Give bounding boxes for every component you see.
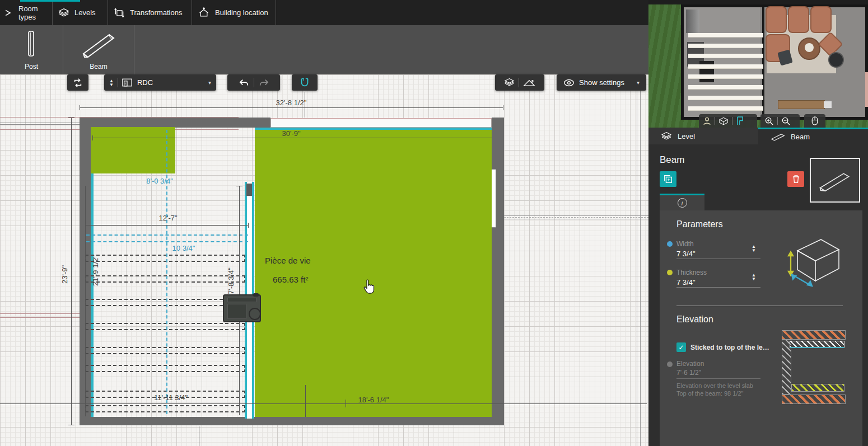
info-tab[interactable]: i bbox=[660, 194, 704, 210]
width-dot bbox=[667, 241, 673, 247]
dimension-tick bbox=[248, 223, 249, 228]
elevation-label: Elevation bbox=[676, 360, 704, 368]
room-name-label: Pièce de vie bbox=[265, 256, 311, 265]
mouse-cursor bbox=[362, 279, 375, 294]
elevation-value: 7'-6 1/2" bbox=[676, 369, 701, 377]
reference-line bbox=[504, 219, 648, 219]
dim-overall-depth: 23'-9" bbox=[60, 252, 69, 297]
dashed-beam[interactable] bbox=[85, 255, 245, 262]
magnet-icon bbox=[299, 77, 310, 88]
preview-beam bbox=[688, 33, 763, 37]
room-small-green[interactable] bbox=[91, 127, 175, 173]
room-piece-de-vie[interactable] bbox=[255, 130, 492, 417]
3d-view-button[interactable] bbox=[719, 117, 728, 125]
elevation-heading: Elevation bbox=[676, 314, 713, 325]
elevation-diagram bbox=[782, 330, 846, 404]
room-area-label: 665.63 ft² bbox=[273, 275, 308, 284]
roof-toggle-button[interactable] bbox=[523, 78, 535, 87]
width-value[interactable]: 7 3/4" bbox=[676, 250, 696, 258]
post-tool-button[interactable]: Post bbox=[0, 25, 63, 74]
sync-button[interactable] bbox=[67, 74, 88, 91]
wall-handle[interactable] bbox=[246, 184, 252, 196]
tab-transformations[interactable]: Transformations bbox=[108, 0, 192, 25]
dashed-beam[interactable] bbox=[85, 275, 245, 283]
dashed-beam[interactable] bbox=[85, 347, 245, 354]
undo-button[interactable] bbox=[239, 78, 250, 87]
diagram-slab-bottom bbox=[782, 395, 846, 404]
dashed-beam[interactable] bbox=[85, 323, 245, 330]
preview-round-chair bbox=[828, 52, 844, 68]
tab-room-types[interactable]: Room types bbox=[0, 0, 53, 25]
diagram-floor-finish bbox=[791, 384, 844, 392]
floorplan-view-button[interactable] bbox=[736, 116, 744, 125]
panel-tab-label: Level bbox=[678, 132, 695, 140]
redo-button[interactable] bbox=[258, 78, 269, 87]
preview-beam bbox=[688, 85, 763, 90]
width-stepper[interactable]: ▲▼ bbox=[752, 245, 756, 252]
dim-bottom-left: 11'-11 3/4" bbox=[148, 393, 193, 402]
zoom-out-button[interactable] bbox=[782, 117, 790, 125]
duplicate-button[interactable] bbox=[660, 171, 676, 187]
elevation-helper-2: Top of the beam: 98 1/2" bbox=[676, 389, 744, 397]
dimension-tick bbox=[92, 135, 93, 140]
diagram-slab-top bbox=[782, 330, 846, 340]
delete-button[interactable] bbox=[787, 171, 804, 187]
beam-dimensions-diagram bbox=[778, 233, 846, 289]
tab-label: Building location bbox=[215, 8, 268, 17]
beam-label: Beam bbox=[90, 63, 107, 71]
post-icon bbox=[24, 25, 39, 63]
panel-title: Beam bbox=[660, 154, 684, 166]
layers-toggle-button[interactable] bbox=[504, 78, 515, 87]
tab-levels[interactable]: Levels bbox=[53, 0, 108, 25]
dashed-beam[interactable] bbox=[85, 405, 245, 412]
wall-bottom[interactable] bbox=[80, 417, 504, 425]
thickness-underline bbox=[676, 287, 760, 288]
zoom-in-button[interactable] bbox=[765, 117, 773, 125]
dimension-line bbox=[92, 138, 492, 138]
thickness-stepper[interactable]: ▲▼ bbox=[752, 273, 756, 281]
snap-button[interactable] bbox=[292, 74, 318, 91]
sticked-checkbox[interactable]: ✓ bbox=[676, 342, 686, 352]
reference-line bbox=[504, 215, 648, 216]
wall-right[interactable] bbox=[492, 118, 504, 417]
dim-left-room-depth: 21'-9 1/2" bbox=[91, 246, 100, 296]
preview-beam bbox=[688, 96, 763, 100]
reference-line bbox=[637, 74, 637, 446]
show-settings-button[interactable]: Show settings ▾ bbox=[557, 74, 646, 91]
level-selector[interactable]: ▲▼ RDC ▾ bbox=[104, 74, 216, 91]
dim-bottom-right: 18'-6 1/4" bbox=[348, 396, 399, 404]
tab-building-location[interactable]: Building location bbox=[192, 0, 276, 25]
panel-tab-level[interactable]: Level bbox=[648, 128, 758, 144]
stove-detail bbox=[227, 298, 256, 302]
level-stepper[interactable]: ▲▼ bbox=[109, 79, 114, 87]
building-location-icon bbox=[198, 7, 210, 18]
dashed-beam[interactable] bbox=[85, 365, 245, 372]
preview-plate bbox=[805, 43, 814, 52]
dimension-line bbox=[85, 186, 86, 416]
preview-beam bbox=[688, 44, 763, 48]
thickness-value[interactable]: 7 3/4" bbox=[676, 278, 696, 287]
wall-top[interactable] bbox=[80, 118, 270, 128]
diagram-wall bbox=[782, 340, 791, 395]
preview-building bbox=[681, 4, 868, 120]
active-tab-indicator bbox=[20, 0, 80, 2]
beam-tool-button[interactable]: Beam bbox=[63, 25, 134, 74]
reference-line bbox=[504, 217, 648, 218]
section-divider bbox=[676, 306, 843, 306]
elevation-helper-1: Elevation over the level slab bbox=[676, 382, 753, 389]
beam-guide-dashed bbox=[166, 130, 167, 414]
level-name: RDC bbox=[137, 78, 153, 87]
dim-beam-offset[interactable]: 8'-0 3/4" bbox=[132, 177, 188, 185]
dashed-beam[interactable] bbox=[85, 299, 245, 306]
mouse-icon[interactable] bbox=[811, 116, 818, 125]
stove-object[interactable] bbox=[223, 294, 261, 322]
beam-thumbnail[interactable] bbox=[810, 158, 860, 203]
person-view-button[interactable] bbox=[703, 117, 711, 125]
wall-top-white[interactable] bbox=[270, 118, 492, 128]
panel-tab-beam[interactable]: Beam bbox=[758, 128, 868, 144]
dim-beam-spacing[interactable]: 10 3/4" bbox=[164, 244, 203, 252]
preview-3d[interactable] bbox=[648, 0, 868, 130]
preview-pink-wall bbox=[865, 72, 868, 107]
floorplan-icon bbox=[122, 78, 132, 87]
tab-label: Levels bbox=[74, 8, 96, 17]
